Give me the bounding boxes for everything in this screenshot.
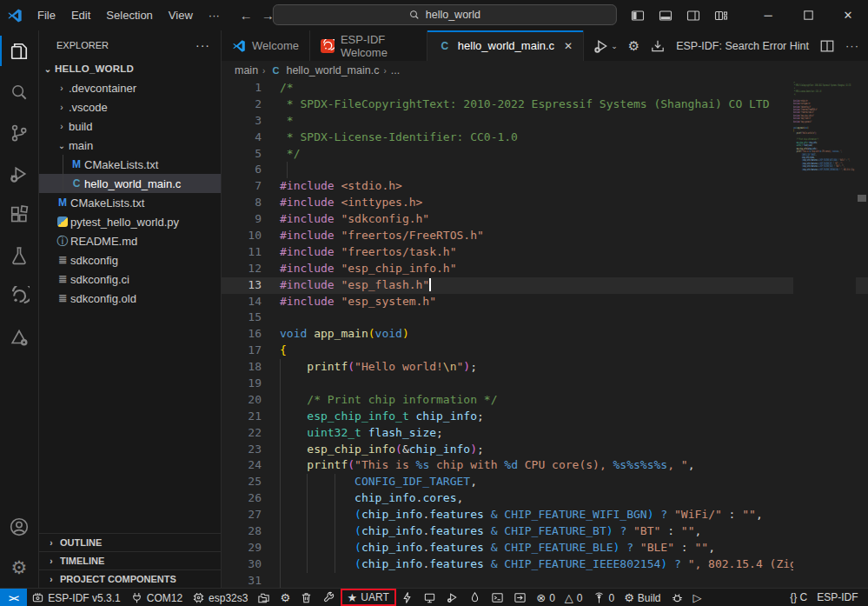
- search-input[interactable]: hello_world: [272, 4, 616, 25]
- tab-hello-world-main-c[interactable]: Chello_world_main.c ✕: [427, 30, 584, 61]
- config-icon: ≣: [58, 255, 67, 265]
- indent-guide: [335, 540, 335, 556]
- status-wrench[interactable]: [318, 589, 341, 606]
- gear-icon[interactable]: ⚙: [628, 39, 639, 52]
- split-editor-icon[interactable]: [819, 38, 835, 54]
- activity-testing[interactable]: [0, 235, 38, 276]
- tree-item--devcontainer[interactable]: ›.devcontainer: [39, 78, 221, 97]
- section-outline[interactable]: ›OUTLINE: [39, 533, 221, 551]
- activity-esp-idf-explorer[interactable]: [0, 316, 38, 357]
- status--[interactable]: ><: [0, 589, 27, 606]
- breadcrumb[interactable]: main›Chello_world_main.c›...: [222, 61, 868, 80]
- search-value: hello_world: [426, 9, 480, 21]
- status-esp-idf-v5-3-1[interactable]: ESP-IDF v5.3.1: [27, 589, 125, 606]
- menu-selection[interactable]: Selection: [98, 5, 160, 25]
- scrollbar-marker[interactable]: [858, 195, 866, 202]
- activity-run-debug[interactable]: [0, 153, 38, 194]
- code-line-19: 19: [222, 376, 868, 392]
- tree-item-cmakelists-txt[interactable]: MCMakeLists.txt: [39, 155, 221, 174]
- menu-edit[interactable]: Edit: [63, 5, 98, 25]
- status-esp-idf[interactable]: ESP-IDF: [812, 589, 863, 606]
- menu-view[interactable]: View: [161, 5, 201, 25]
- status-trash[interactable]: [295, 589, 318, 606]
- status-terminal[interactable]: [487, 589, 509, 606]
- activity-settings[interactable]: ⚙: [0, 547, 38, 588]
- code-line-10: 10#include "freertos/FreeRTOS.h": [222, 228, 868, 244]
- tree-item-sdkconfig-ci[interactable]: ≣sdkconfig.ci: [39, 270, 221, 289]
- tree-item-build[interactable]: ›build: [39, 117, 221, 136]
- activity-accounts[interactable]: [0, 506, 38, 547]
- layout-sidebar-icon[interactable]: [626, 5, 649, 26]
- activity-source-control[interactable]: [0, 112, 38, 153]
- tree-item-pytest-hello-world-py[interactable]: pytest_hello_world.py: [39, 212, 221, 231]
- status-debug-alt[interactable]: [441, 589, 464, 606]
- search-icon: [10, 83, 29, 102]
- status-gear[interactable]: ⚙: [275, 589, 295, 606]
- layout-customize-icon[interactable]: [710, 5, 732, 26]
- line-number: 21: [222, 409, 262, 425]
- status-build[interactable]: ⚙Build: [620, 589, 666, 606]
- close-tab-icon[interactable]: ✕: [564, 40, 573, 52]
- tree-item-hello-world[interactable]: ⌄HELLO_WORLD: [39, 59, 221, 78]
- status-uart[interactable]: ★UART: [341, 589, 396, 606]
- chevron-right-icon: ›: [44, 575, 58, 584]
- close-button[interactable]: ✕: [828, 0, 868, 30]
- install-icon[interactable]: [650, 38, 666, 54]
- tree-item--vscode[interactable]: ›.vscode: [39, 97, 221, 117]
- back-arrow-icon[interactable]: ←: [240, 9, 253, 22]
- tab-welcome[interactable]: Welcome: [222, 30, 310, 61]
- menu-more[interactable]: ···: [201, 5, 228, 25]
- tree-item-sdkconfig[interactable]: ≣sdkconfig: [39, 250, 221, 270]
- indent-guide: [280, 457, 281, 474]
- tree-item-sdkconfig-old[interactable]: ≣sdkconfig.old: [39, 289, 221, 308]
- esp-triangle-icon: [9, 327, 30, 348]
- indent-guide: [280, 376, 281, 392]
- status-folder-copy[interactable]: [253, 589, 275, 606]
- tree-item-cmakelists-txt[interactable]: MCMakeLists.txt: [39, 193, 221, 212]
- minimap[interactable]: /* * SPDX-FileCopyrightText: 2010-2022 E…: [793, 82, 856, 588]
- status-play[interactable]: ▷: [688, 589, 706, 606]
- esp-idf-search-error-hint-button[interactable]: ESP-IDF: Search Error Hint: [676, 40, 809, 52]
- code-line-26: 26 chip_info.cores,: [222, 490, 868, 507]
- code-editor[interactable]: 1/* 2 * SPDX-FileCopyrightText: 2010-202…: [222, 80, 868, 588]
- activity-espressif[interactable]: [0, 276, 38, 316]
- breadcrumb-item[interactable]: hello_world_main.c: [286, 64, 379, 77]
- section-timeline[interactable]: ›TIMELINE: [39, 551, 221, 569]
- explorer-more-icon[interactable]: ···: [195, 38, 210, 52]
- maximize-button[interactable]: [788, 0, 828, 30]
- breadcrumb-item[interactable]: main: [235, 64, 258, 77]
- layout-panel-icon[interactable]: [654, 5, 677, 26]
- breadcrumb-item[interactable]: ...: [391, 64, 400, 77]
- more-actions-icon[interactable]: ···: [845, 40, 859, 51]
- line-number: 26: [222, 490, 262, 507]
- plug-icon: [130, 591, 143, 604]
- status-monitor[interactable]: [419, 589, 441, 606]
- status-esp32s3[interactable]: esp32s3: [188, 589, 253, 606]
- tree-item-hello-world-main-c[interactable]: Chello_world_main.c: [39, 174, 221, 193]
- status-arrow-into-box[interactable]: [509, 589, 532, 606]
- status-0[interactable]: ⊗0: [532, 589, 560, 606]
- status-0[interactable]: △0: [560, 589, 587, 606]
- activity-explorer[interactable]: [0, 30, 38, 71]
- status-flame[interactable]: [464, 589, 487, 606]
- status-lightning[interactable]: [396, 589, 419, 606]
- vscode-logo-icon: [0, 8, 30, 23]
- activity-extensions[interactable]: [0, 194, 38, 235]
- layout-sidebar-right-icon[interactable]: [682, 5, 705, 26]
- tree-item-main[interactable]: ⌄main: [39, 136, 221, 155]
- section-project-components[interactable]: ›PROJECT COMPONENTS: [39, 569, 221, 588]
- status-com12[interactable]: COM12: [125, 589, 187, 606]
- status-bug[interactable]: [666, 589, 688, 606]
- flame-icon: [468, 591, 481, 604]
- indent-guide: [287, 162, 288, 178]
- minimize-button[interactable]: ─: [748, 0, 788, 30]
- source-control-icon: [9, 123, 30, 143]
- tree-item-readme-md[interactable]: ⓘREADME.md: [39, 231, 221, 250]
- indent-guide: [335, 523, 335, 540]
- tab-esp-idf-welcome[interactable]: ESP-IDF Welcome: [310, 30, 427, 61]
- menu-file[interactable]: File: [30, 5, 63, 25]
- activity-search[interactable]: [0, 71, 38, 112]
- run-debug-button[interactable]: ⌄: [593, 37, 618, 55]
- status--c[interactable]: {} C: [785, 589, 812, 606]
- status-0[interactable]: 0: [587, 589, 620, 606]
